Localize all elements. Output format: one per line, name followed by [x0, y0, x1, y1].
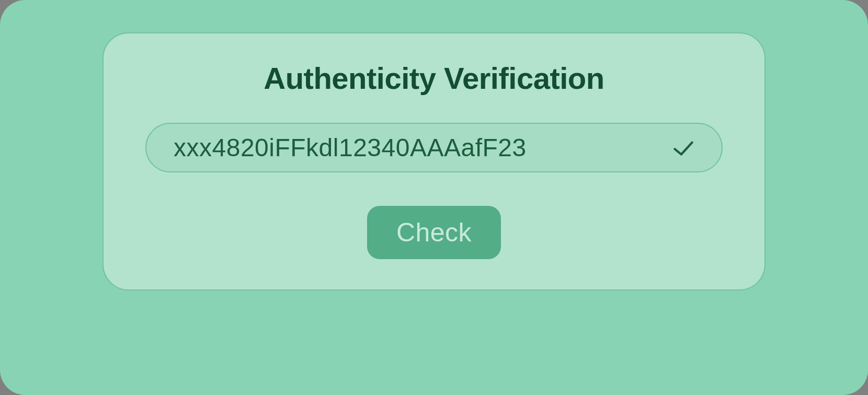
- verification-panel: Authenticity Verification Check: [0, 0, 868, 395]
- code-input-row: [145, 123, 723, 172]
- verification-code-input[interactable]: [174, 133, 658, 162]
- card-title: Authenticity Verification: [264, 61, 604, 96]
- check-icon: [670, 135, 696, 161]
- verification-card: Authenticity Verification Check: [102, 32, 766, 291]
- check-button[interactable]: Check: [367, 206, 501, 259]
